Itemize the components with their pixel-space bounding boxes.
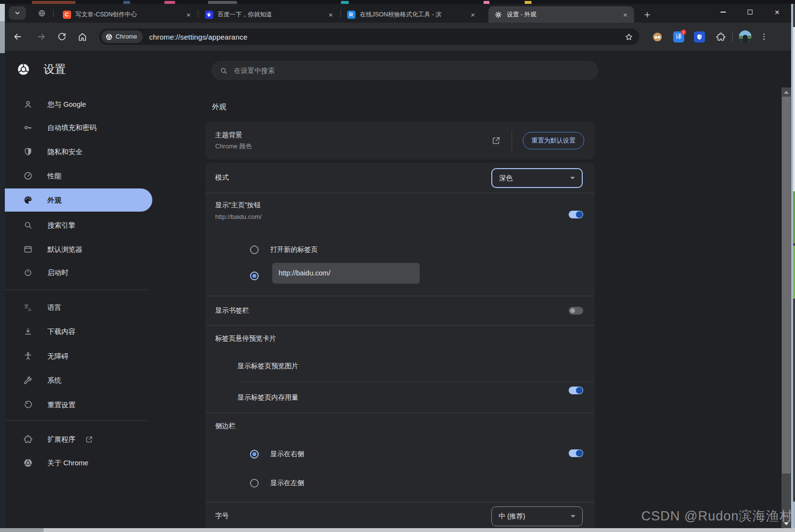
wrench-icon [23,375,33,385]
font-size-row: 字号 中 (推荐) [206,503,595,530]
gear-icon [494,10,502,19]
home-button[interactable] [74,29,90,45]
sidebar-item-appearance[interactable]: 外观 [5,188,152,212]
browser-menu-button[interactable] [760,32,768,41]
radio-selected-icon[interactable] [250,272,259,280]
profile-avatar[interactable] [739,30,751,43]
window-maximize-button[interactable] [739,4,761,20]
translate-badge: 1 [681,29,686,35]
bitwarden-extension-icon[interactable] [694,31,705,43]
radio-unselected-icon[interactable] [250,479,259,488]
person-icon [23,100,33,109]
window-close-button[interactable]: × [766,4,788,20]
background-window-top-strip [0,0,795,4]
translate-extension-icon[interactable]: 译 1 [673,31,684,43]
scrollbar-thumb[interactable] [782,97,791,474]
tab-close-icon[interactable]: × [184,10,193,19]
radio-unselected-icon[interactable] [250,245,259,254]
font-size-dropdown[interactable]: 中 (推荐) [491,506,583,526]
tab-close-icon[interactable]: × [469,10,477,19]
side-panel-left-option[interactable]: 显示在左侧 [250,476,304,490]
sidebar-item-accessibility[interactable]: 无障碍 [5,345,152,368]
sidebar-item-autofill[interactable]: 自动填充和密码 [5,116,152,139]
sidebar-item-you-and-google[interactable]: 您与 Google [5,93,152,116]
bookmarks-bar-row: 显示书签栏 [206,296,595,326]
tab-baidu[interactable]: 百度一下，你就知道 × [199,6,339,23]
reload-icon [57,32,67,42]
radio-selected-icon[interactable] [250,450,259,459]
sidebar-item-search-engine[interactable]: 搜索引擎 [5,214,152,237]
pinned-tab-globe[interactable] [35,7,48,19]
bookmarks-bar-toggle[interactable] [569,307,583,315]
reset-to-default-button[interactable]: 重置为默认设置 [523,132,584,149]
external-link-icon [85,435,93,444]
window-minimize-button[interactable] [712,4,734,20]
reload-button[interactable] [54,29,70,45]
forward-button[interactable] [33,29,50,45]
homepage-custom-option[interactable] [250,269,259,283]
maximize-icon [748,10,752,14]
sidebar-item-reset[interactable]: 重置设置 [5,393,152,417]
tab-close-icon[interactable]: × [621,10,630,19]
tab-search-button[interactable] [9,6,26,20]
sidebar-item-on-startup[interactable]: 启动时 [5,261,152,284]
sidebar-item-extensions[interactable]: 扩展程序 [5,428,152,451]
new-tab-button[interactable] [640,7,654,22]
baidu-paw-favicon-icon [205,11,213,19]
search-icon [220,67,228,75]
sidebar-item-system[interactable]: 系统 [5,369,152,392]
sidebar-item-about-chrome[interactable]: 关于 Chrome [5,451,152,474]
chrome-logo-icon [23,458,33,468]
extensions-puzzle-button[interactable] [716,32,726,42]
tab-json-tool[interactable]: R 在线JSON校验格式化工具 - 滨 × [341,6,482,23]
sidebar-item-performance[interactable]: 性能 [5,164,152,187]
theme-title: 主题背景 [215,131,252,140]
homepage-ntp-option[interactable]: 打开新的标签页 [250,243,318,257]
background-window-right-strip [793,4,795,528]
power-icon [23,268,33,277]
extensions-area: 译 1 [652,29,768,45]
chrome-logo-icon [105,33,113,41]
puzzle-icon [23,434,33,444]
shield-icon [696,34,703,40]
side-panel-right-option[interactable]: 显示在右侧 [250,447,304,461]
homepage-url-input[interactable] [272,263,420,284]
tab-hover-section: 标签页悬停预览卡片 显示标签页预览图片 显示标签页内存用量 [206,326,595,413]
appearance-settings-card: 模式 深色 显示"主页"按钮 http://baidu.com/ 打开新的标签页 [206,163,595,528]
show-home-toggle[interactable] [569,211,583,218]
show-home-button-row: 显示"主页"按钮 http://baidu.com/ 打开新的标签页 [206,193,595,296]
mode-label: 模式 [215,173,229,182]
tab-csdn[interactable]: C 写文章-CSDN创作中心 × [57,6,197,23]
mode-dropdown[interactable]: 深色 [491,168,583,188]
open-theme-external-button[interactable] [491,136,501,145]
search-input[interactable] [234,67,598,74]
tab-close-icon[interactable]: × [326,10,335,19]
back-button[interactable] [9,29,26,45]
home-icon [77,32,88,42]
external-link-icon [491,136,501,145]
settings-search[interactable] [211,61,598,80]
scrollbar-up-arrow-icon[interactable] [784,91,789,94]
chevron-down-icon [571,515,575,518]
chrome-logo-icon [17,63,30,76]
chrome-site-chip[interactable]: Chrome [102,30,143,43]
forward-arrow-icon [36,31,47,42]
page-scrollbar[interactable] [781,87,791,528]
tab-settings-active[interactable]: 设置 - 外观 × [488,6,634,23]
face-extension-icon[interactable] [652,31,663,43]
sidebar-item-privacy[interactable]: 隐私和安全 [5,140,152,163]
tab-preview-image-row: 显示标签页预览图片 [206,350,595,382]
sidebar-item-languages[interactable]: 文A 语言 [5,296,152,319]
bookmarks-bar-label: 显示书签栏 [215,306,249,315]
bookmark-star-button[interactable] [624,32,633,42]
minimize-icon [721,12,726,13]
url-text[interactable]: chrome://settings/appearance [149,33,247,41]
tab-title: 设置 - 外观 [507,11,618,19]
settings-title-row: 设置 [17,59,66,79]
section-heading: 外观 [212,102,226,112]
tab-strip: C 写文章-CSDN创作中心 × 百度一下，你就知道 × R 在线JSON校验格… [5,4,791,23]
sidebar-item-default-browser[interactable]: 默认浏览器 [5,238,152,261]
three-dot-menu-icon [760,32,768,41]
sidebar-item-downloads[interactable]: 下载内容 [5,320,152,343]
address-bar[interactable]: Chrome chrome://settings/appearance [99,29,639,45]
